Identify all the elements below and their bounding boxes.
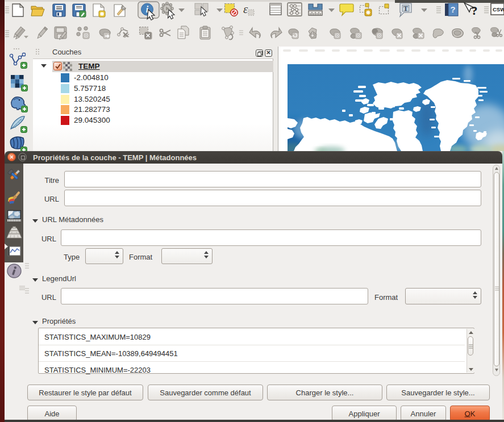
svg-text:?: ? xyxy=(450,5,455,14)
svg-text:CSW: CSW xyxy=(493,6,504,12)
svg-text:?: ? xyxy=(472,3,478,18)
svg-text:ε: ε xyxy=(243,2,248,16)
svg-text:T: T xyxy=(403,5,408,12)
